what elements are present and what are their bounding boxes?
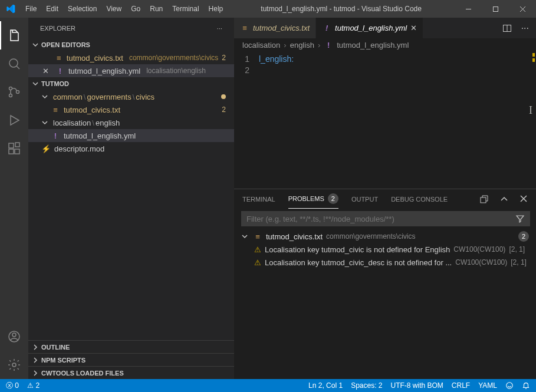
file-icon: ≡ (51, 106, 60, 114)
status-eol[interactable]: CRLF (452, 381, 470, 390)
status-position[interactable]: Ln 2, Col 1 (308, 381, 343, 390)
problem-item[interactable]: ⚠ Localisation key tutmod_civic is not d… (234, 243, 536, 256)
modified-dot-icon (221, 94, 226, 99)
file-icon: ! (55, 67, 65, 75)
file-icon: ≡ (55, 54, 63, 62)
file-icon: ! (322, 24, 331, 32)
more-icon[interactable]: ··· (521, 23, 529, 34)
svg-rect-10 (9, 149, 14, 154)
overview-ruler (532, 51, 536, 64)
open-editor-item[interactable]: ✕ ! tutmod_l_english.yml localisation\en… (28, 64, 234, 77)
menu-selection[interactable]: Selection (63, 5, 101, 13)
problems-filter[interactable] (241, 211, 530, 226)
breadcrumb[interactable]: localisation› english› ! tutmod_l_englis… (234, 38, 536, 51)
tree-folder[interactable]: common\governments\civics (28, 90, 234, 103)
section-npm[interactable]: NPM SCRIPTS (28, 353, 234, 366)
explorer-icon[interactable] (0, 21, 28, 50)
explorer-title: EXPLORER ··· (28, 18, 234, 38)
split-editor-icon[interactable] (502, 24, 512, 33)
menu-file[interactable]: File (21, 5, 41, 13)
modified-badge: 2 (222, 54, 226, 62)
source-control-icon[interactable] (0, 78, 28, 106)
tree-file[interactable]: ! tutmod_l_english.yml (28, 129, 234, 142)
tree-file[interactable]: ⚡ descriptor.mod (28, 142, 234, 155)
modified-badge: 2 (222, 106, 226, 114)
close-icon[interactable]: ✕ (410, 24, 417, 32)
feedback-icon[interactable] (505, 381, 514, 390)
problems-count-badge: 2 (328, 193, 338, 204)
status-language[interactable]: YAML (478, 381, 497, 390)
menubar: File Edit Selection View Go Run Terminal… (21, 5, 228, 13)
editor-tabs: ≡ tutmod_civics.txt ! tutmod_l_english.y… (234, 18, 536, 38)
status-spaces[interactable]: Spaces: 2 (351, 381, 382, 390)
tree-folder[interactable]: localisation\english (28, 116, 234, 129)
svg-point-14 (12, 333, 16, 337)
collapse-all-icon[interactable] (479, 195, 489, 204)
svg-rect-9 (9, 143, 14, 148)
editor-area: ≡ tutmod_civics.txt ! tutmod_l_english.y… (234, 18, 536, 379)
extensions-icon[interactable] (0, 134, 28, 163)
accounts-icon[interactable] (0, 322, 28, 351)
bell-icon[interactable] (522, 381, 530, 390)
menu-help[interactable]: Help (204, 5, 228, 13)
group-count-badge: 2 (518, 231, 529, 242)
status-errors[interactable]: ⓧ 0 (6, 381, 19, 391)
filter-icon[interactable] (515, 214, 525, 223)
file-icon: ! (324, 41, 333, 50)
warning-icon: ⚠ (254, 258, 261, 267)
close-icon[interactable] (509, 0, 536, 18)
menu-view[interactable]: View (101, 5, 126, 13)
close-icon[interactable]: ✕ (42, 67, 52, 75)
open-editor-item[interactable]: ≡ tutmod_civics.txt common\governments\c… (28, 51, 234, 64)
maximize-icon[interactable] (482, 0, 509, 18)
run-debug-icon[interactable] (0, 106, 28, 134)
tab-debug-console[interactable]: DEBUG CONSOLE (391, 189, 448, 209)
tab-english[interactable]: ! tutmod_l_english.yml ✕ (316, 18, 423, 38)
window-title: tutmod_l_english.yml - tutmod - Visual S… (228, 5, 455, 13)
settings-gear-icon[interactable] (0, 351, 28, 379)
menu-go[interactable]: Go (126, 5, 145, 13)
svg-point-15 (12, 363, 16, 367)
text-cursor-icon: I (529, 104, 532, 117)
vscode-logo-icon (0, 4, 21, 14)
status-encoding[interactable]: UTF-8 with BOM (391, 381, 443, 390)
close-panel-icon[interactable] (519, 195, 528, 204)
tab-output[interactable]: OUTPUT (351, 189, 378, 209)
tab-problems[interactable]: PROBLEMS 2 (288, 189, 338, 209)
tree-file[interactable]: ≡ tutmod_civics.txt 2 (28, 103, 234, 116)
problems-group[interactable]: ≡ tutmod_civics.txt common\governments\c… (234, 230, 536, 243)
svg-rect-1 (493, 6, 498, 11)
problem-item[interactable]: ⚠ Localisation key tutmod_civic_desc is … (234, 256, 536, 269)
svg-point-6 (9, 87, 12, 90)
tab-terminal[interactable]: TERMINAL (242, 189, 275, 209)
minimize-icon[interactable] (455, 0, 482, 18)
svg-line-5 (17, 66, 19, 69)
file-icon: ! (51, 131, 60, 140)
svg-point-4 (9, 59, 18, 67)
file-icon: ≡ (253, 232, 262, 241)
section-open-editors[interactable]: OPEN EDITORS (28, 38, 234, 51)
svg-rect-18 (481, 197, 486, 203)
code-editor[interactable]: 12 l_english: I (234, 51, 536, 189)
section-project[interactable]: TUTMOD (28, 77, 234, 90)
svg-point-8 (17, 91, 19, 94)
status-warnings[interactable]: ⚠ 2 (27, 381, 40, 390)
menu-run[interactable]: Run (145, 5, 167, 13)
menu-terminal[interactable]: Terminal (167, 5, 203, 13)
chevron-up-icon[interactable] (499, 195, 509, 204)
search-icon[interactable] (0, 50, 28, 78)
activity-bar (0, 18, 28, 379)
section-outline[interactable]: OUTLINE (28, 340, 234, 353)
section-cwtools[interactable]: CWTOOLS LOADED FILES (28, 366, 234, 379)
more-icon[interactable]: ··· (217, 25, 222, 32)
line-gutter: 12 (234, 51, 259, 189)
status-bar: ⓧ 0 ⚠ 2 Ln 2, Col 1 Spaces: 2 UTF-8 with… (0, 379, 536, 392)
menu-edit[interactable]: Edit (41, 5, 63, 13)
svg-rect-12 (15, 143, 19, 147)
svg-point-7 (9, 94, 12, 97)
tab-civics[interactable]: ≡ tutmod_civics.txt (234, 18, 316, 38)
warning-icon: ⚠ (254, 245, 261, 254)
file-icon: ≡ (240, 24, 249, 32)
bottom-panel: TERMINAL PROBLEMS 2 OUTPUT DEBUG CONSOLE (234, 189, 536, 379)
filter-input[interactable] (246, 215, 515, 223)
